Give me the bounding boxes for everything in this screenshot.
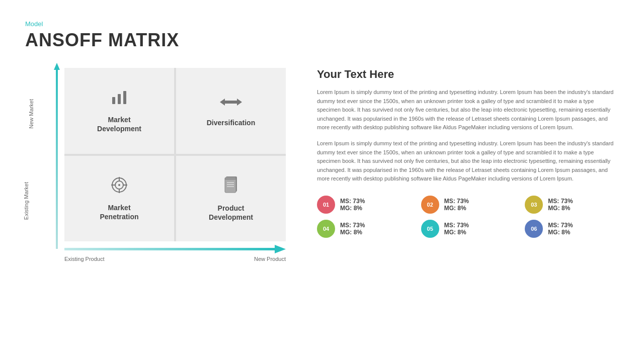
stat-badge-05: 05 bbox=[421, 220, 439, 238]
stat-badge-01: 01 bbox=[317, 196, 335, 214]
stat-item-04: 04 MS: 73% MG: 8% bbox=[317, 220, 411, 238]
cell-label-market-development: MarketDevelopment bbox=[97, 115, 141, 133]
stat-ms-02: MS: 73% bbox=[444, 198, 469, 205]
y-axis bbox=[52, 63, 61, 249]
header-label: Model bbox=[25, 20, 619, 28]
cell-label-market-penetration: MarketPenetration bbox=[100, 203, 138, 221]
stat-item-05: 05 MS: 73% MG: 8% bbox=[421, 220, 515, 238]
svg-rect-4 bbox=[123, 91, 126, 104]
stat-values-01: MS: 73% MG: 8% bbox=[340, 198, 365, 212]
stat-item-06: 06 MS: 73% MG: 8% bbox=[525, 220, 619, 238]
svg-rect-14 bbox=[225, 177, 236, 193]
text-paragraph-1: Lorem Ipsum is simply dummy text of the … bbox=[317, 88, 619, 132]
main-title: ANSOFF MATRIX bbox=[25, 30, 619, 51]
y-label-new-market: New Market bbox=[28, 71, 34, 156]
right-panel: Your Text Here Lorem Ipsum is simply dum… bbox=[317, 63, 619, 339]
svg-rect-15 bbox=[225, 178, 236, 179]
svg-rect-19 bbox=[64, 248, 275, 250]
stat-badge-02: 02 bbox=[421, 196, 439, 214]
y-label-existing-market: Existing Market bbox=[23, 158, 29, 244]
stat-ms-06: MS: 73% bbox=[548, 222, 573, 229]
bar-chart-icon bbox=[110, 88, 128, 110]
svg-rect-1 bbox=[56, 69, 58, 249]
stats-grid: 01 MS: 73% MG: 8% 02 MS: 73% MG: 8% 03 M… bbox=[317, 196, 619, 238]
stat-ms-05: MS: 73% bbox=[444, 222, 469, 229]
svg-marker-0 bbox=[54, 63, 60, 70]
stat-mg-01: MG: 8% bbox=[340, 205, 365, 212]
x-bottom-labels: Existing Product New Product bbox=[64, 256, 286, 262]
svg-rect-3 bbox=[118, 94, 121, 104]
stat-mg-04: MG: 8% bbox=[340, 229, 365, 236]
left-panel: New Market Existing Market bbox=[25, 63, 297, 339]
book-icon bbox=[223, 175, 239, 199]
stat-mg-05: MG: 8% bbox=[444, 229, 469, 236]
svg-point-8 bbox=[118, 184, 120, 186]
arrows-icon bbox=[220, 95, 242, 113]
text-title: Your Text Here bbox=[317, 68, 619, 81]
stat-item-01: 01 MS: 73% MG: 8% bbox=[317, 196, 411, 214]
stat-mg-06: MG: 8% bbox=[548, 229, 573, 236]
stat-ms-03: MS: 73% bbox=[548, 198, 573, 205]
stat-values-03: MS: 73% MG: 8% bbox=[548, 198, 573, 212]
svg-marker-5 bbox=[220, 99, 242, 106]
stat-badge-06: 06 bbox=[525, 220, 543, 238]
cell-product-development: ProductDevelopment bbox=[176, 156, 286, 242]
stat-ms-01: MS: 73% bbox=[340, 198, 365, 205]
crosshair-icon bbox=[110, 176, 128, 198]
x-axis bbox=[64, 244, 286, 254]
stat-badge-03: 03 bbox=[525, 196, 543, 214]
text-paragraph-2: Lorem Ipsum is simply dummy text of the … bbox=[317, 139, 619, 184]
stat-values-05: MS: 73% MG: 8% bbox=[444, 222, 469, 236]
stat-badge-04: 04 bbox=[317, 220, 335, 238]
stat-ms-04: MS: 73% bbox=[340, 222, 365, 229]
x-label-existing-product: Existing Product bbox=[64, 256, 104, 262]
stat-item-03: 03 MS: 73% MG: 8% bbox=[525, 196, 619, 214]
svg-marker-20 bbox=[275, 245, 286, 253]
svg-rect-2 bbox=[112, 97, 115, 104]
matrix-cells: MarketDevelopment Diversification bbox=[64, 68, 286, 241]
matrix-grid: MarketDevelopment Diversification bbox=[64, 68, 286, 241]
cell-diversification: Diversification bbox=[176, 68, 286, 154]
stat-values-02: MS: 73% MG: 8% bbox=[444, 198, 469, 212]
cell-market-penetration: MarketPenetration bbox=[64, 156, 174, 242]
cell-market-development: MarketDevelopment bbox=[64, 68, 174, 154]
cell-label-diversification: Diversification bbox=[207, 118, 255, 127]
content-area: New Market Existing Market bbox=[25, 63, 619, 339]
cell-label-product-development: ProductDevelopment bbox=[209, 204, 253, 222]
stat-mg-02: MG: 8% bbox=[444, 205, 469, 212]
stat-mg-03: MG: 8% bbox=[548, 205, 573, 212]
stat-values-06: MS: 73% MG: 8% bbox=[548, 222, 573, 236]
stat-values-04: MS: 73% MG: 8% bbox=[340, 222, 365, 236]
slide: Model ANSOFF MATRIX bbox=[0, 0, 644, 362]
stat-item-02: 02 MS: 73% MG: 8% bbox=[421, 196, 515, 214]
x-axis-svg bbox=[64, 244, 286, 254]
x-label-new-product: New Product bbox=[254, 256, 286, 262]
y-axis-svg bbox=[52, 63, 61, 249]
